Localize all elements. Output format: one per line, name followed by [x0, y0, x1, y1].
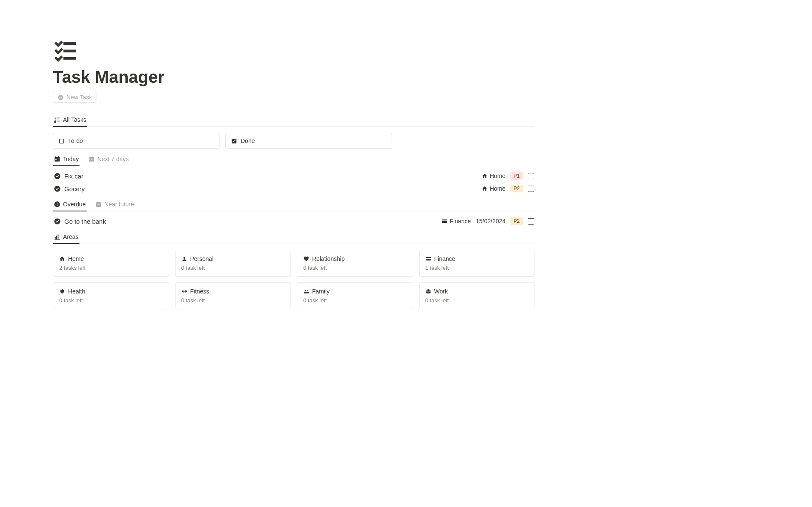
area-card[interactable]: Relationship0 task left — [297, 250, 413, 277]
today-tasks-list: Fix carHomeP1GoceryHomeP2 — [53, 170, 535, 195]
area-card[interactable]: Home2 tasks left — [53, 250, 169, 277]
task-date: 15/02/2024 — [476, 218, 505, 225]
area-card[interactable]: Finance1 task left — [419, 250, 535, 277]
tab-next-7-days[interactable]: Next 7 days — [87, 153, 129, 166]
area-name: Personal — [190, 255, 214, 262]
task-title: Fix car — [64, 173, 83, 180]
status-todo-label: To-do — [68, 137, 83, 144]
tab-areas-label: Areas — [63, 233, 79, 240]
area-subtext: 0 task left — [303, 265, 407, 271]
page-icon[interactable] — [53, 38, 78, 63]
person-icon — [181, 256, 187, 262]
tab-near-future[interactable]: Near future — [94, 198, 135, 211]
overdue-tasks-list: Go to the bankFinance15/02/2024P2 — [53, 215, 535, 227]
task-title: Go to the bank — [64, 218, 106, 225]
task-checkbox[interactable] — [528, 186, 534, 192]
check-circle-icon — [54, 173, 61, 180]
task-row[interactable]: GoceryHomeP2 — [53, 182, 535, 195]
area-subtext: 0 task left — [59, 297, 163, 304]
area-card[interactable]: Fitness0 task left — [175, 282, 291, 309]
status-todo[interactable]: To-do — [53, 133, 219, 149]
priority-badge: P2 — [510, 185, 523, 192]
status-groups: To-do Done — [53, 133, 535, 149]
overdue-tab-row: Overdue Near future — [53, 198, 535, 211]
task-row[interactable]: Go to the bankFinance15/02/2024P2 — [53, 215, 535, 227]
apple-icon — [59, 288, 65, 294]
check-circle-icon — [58, 94, 64, 101]
task-area-tag[interactable]: Finance — [442, 218, 471, 225]
page-title: Task Manager — [53, 68, 535, 87]
priority-badge: P2 — [510, 217, 523, 225]
home-icon — [482, 186, 488, 192]
group-icon — [303, 288, 309, 294]
today-tab-row: Today Next 7 days — [53, 153, 535, 166]
area-card[interactable]: Personal0 task left — [175, 250, 291, 277]
area-name: Health — [68, 288, 85, 295]
area-subtext: 0 task left — [425, 297, 529, 304]
area-name: Work — [434, 288, 448, 295]
area-name: Family — [312, 288, 329, 295]
task-checkbox[interactable] — [528, 218, 534, 225]
tab-near-future-label: Near future — [104, 201, 134, 208]
tab-areas[interactable]: Areas — [53, 231, 80, 244]
area-name: Relationship — [312, 255, 345, 262]
area-subtext: 0 task left — [181, 297, 285, 304]
heart-icon — [303, 256, 309, 262]
task-row[interactable]: Fix carHomeP1 — [53, 170, 535, 182]
area-name: Fitness — [190, 288, 209, 295]
check-circle-icon — [54, 218, 61, 225]
task-checkbox[interactable] — [528, 173, 534, 179]
task-area-label: Home — [490, 173, 505, 179]
dumbbell-icon — [181, 288, 187, 294]
new-task-label: New Task — [66, 94, 92, 101]
area-card[interactable]: Work0 task left — [419, 282, 535, 309]
task-title: Gocery — [64, 185, 85, 192]
tab-today[interactable]: Today — [53, 153, 80, 166]
areas-tab-row: Areas — [53, 231, 535, 244]
area-card[interactable]: Health0 task left — [53, 282, 169, 309]
status-done[interactable]: Done — [225, 133, 392, 149]
check-circle-icon — [54, 185, 61, 192]
calendar-icon — [95, 201, 102, 208]
status-done-label: Done — [241, 137, 255, 144]
area-subtext: 0 task left — [303, 297, 407, 304]
calendar-day-icon — [54, 156, 60, 162]
task-area-label: Finance — [450, 218, 471, 225]
tasklist-icon — [53, 38, 78, 63]
areas-grid: Home2 tasks leftPersonal0 task leftRelat… — [53, 250, 535, 309]
tab-next7-label: Next 7 days — [97, 156, 129, 162]
tab-all-tasks-label: All Tasks — [63, 116, 86, 123]
list-check-icon — [54, 116, 60, 123]
views-tab-row: All Tasks — [53, 114, 535, 127]
tab-all-tasks[interactable]: All Tasks — [53, 114, 87, 126]
checkbox-icon — [231, 138, 237, 144]
area-subtext: 2 tasks left — [59, 265, 163, 271]
home-icon — [59, 256, 65, 262]
chart-icon — [54, 233, 60, 240]
card-icon — [442, 218, 447, 224]
priority-badge: P1 — [510, 172, 523, 180]
area-subtext: 1 task left — [425, 265, 529, 271]
task-area-tag[interactable]: Home — [482, 173, 505, 179]
new-task-button[interactable]: New Task — [53, 92, 96, 103]
task-area-label: Home — [490, 185, 505, 192]
briefcase-icon — [425, 288, 431, 294]
calendar-week-icon — [88, 156, 95, 162]
tab-overdue-label: Overdue — [63, 201, 86, 208]
task-area-tag[interactable]: Home — [482, 185, 505, 192]
area-name: Home — [68, 255, 84, 262]
tab-overdue[interactable]: Overdue — [53, 198, 87, 211]
alert-icon — [54, 201, 60, 208]
tab-today-label: Today — [63, 156, 79, 162]
area-card[interactable]: Family0 task left — [297, 282, 413, 309]
card-icon — [425, 256, 431, 262]
area-name: Finance — [434, 255, 455, 262]
square-icon — [58, 138, 65, 144]
home-icon — [482, 173, 488, 179]
area-subtext: 0 task left — [181, 265, 285, 271]
